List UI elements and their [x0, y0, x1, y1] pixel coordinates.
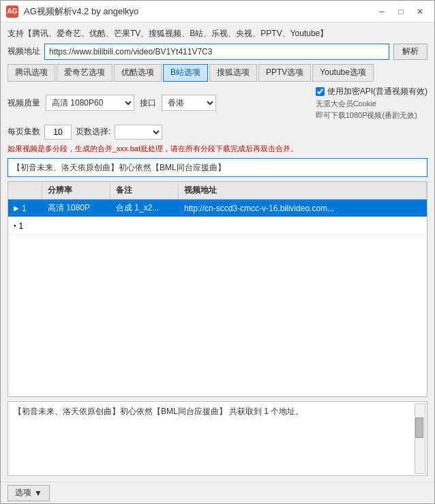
td-note-2: [110, 217, 179, 234]
th-resolution: 分辨率: [42, 182, 110, 199]
support-text: 支持【腾讯、爱奇艺、优酷、芒果TV、搜狐视频、B站、乐视、央视、PPTV、You…: [7, 28, 427, 40]
right-info: 使用加密API(普通视频有效) 无需大会员Cookie 即可下载1080P视频(…: [316, 86, 427, 121]
scrollbar-thumb: [415, 418, 423, 438]
page-select-label: 页数选择:: [76, 126, 110, 138]
td-url-1: http://cn-sccd3-cmcc-v-16.bilivideo.com.…: [179, 200, 427, 217]
tab-youku[interactable]: 优酷选项: [114, 64, 162, 82]
th-num: [8, 182, 42, 199]
url-input[interactable]: [44, 44, 389, 60]
title-bar: AG AG视频解析v4.2 by angelkyo ─ □ ✕: [1, 1, 434, 22]
maximize-button[interactable]: □: [392, 4, 410, 19]
info-line1: 无需大会员Cookie: [316, 99, 427, 109]
quality-row: 视频质量 高清 1080P60 接口 香港 使用加密API(普通视频有效) 无需…: [7, 86, 427, 121]
quality-label: 视频质量: [7, 97, 40, 109]
api-label-text: 使用加密API(普通视频有效): [327, 86, 427, 97]
tab-bilibili[interactable]: B站选项: [163, 64, 208, 82]
tabs-row: 腾讯选项 爱奇艺选项 优酷选项 B站选项 搜狐选项 PPTV选项 Youtube…: [7, 64, 427, 82]
bottom-bar: 选项 ▼: [1, 482, 434, 503]
per-page-row: 每页集数 页数选择:: [7, 125, 427, 140]
video-title-row: [7, 158, 427, 177]
row-indicator-1: ▶: [14, 204, 19, 212]
tab-sohu[interactable]: 搜狐选项: [209, 64, 257, 82]
options-label: 选项: [15, 487, 31, 499]
log-text: 【初音未来、洛天依原创曲】初心依然【BML同台应援曲】 共获取到 1 个地址。: [14, 407, 303, 416]
log-scrollbar[interactable]: [415, 403, 425, 474]
td-res-1: 高清 1080P: [42, 200, 110, 217]
per-page-label: 每页集数: [7, 126, 40, 138]
table-row[interactable]: • 1: [8, 217, 427, 235]
video-title-input[interactable]: [7, 158, 427, 177]
interface-label: 接口: [140, 97, 156, 109]
table-row[interactable]: ▶ 1 高清 1080P 合成 1_x2... http://cn-sccd3-…: [8, 200, 427, 217]
th-note: 备注: [110, 182, 179, 199]
td-note-1: 合成 1_x2...: [110, 200, 179, 217]
info-line2: 即可下载1080P视频(番剧无效): [316, 110, 427, 121]
api-checkbox[interactable]: [316, 87, 325, 96]
minimize-button[interactable]: ─: [373, 4, 391, 19]
app-icon: AG: [6, 5, 18, 18]
log-box: 【初音未来、洛天依原创曲】初心依然【BML同台应援曲】 共获取到 1 个地址。: [7, 401, 427, 476]
window-title: AG视频解析v4.2 by angelkyo: [24, 5, 373, 18]
row-indicator-2: •: [14, 222, 16, 230]
td-num-2: • 1: [8, 217, 42, 234]
table-header: 分辨率 备注 视频地址: [8, 182, 427, 200]
main-window: AG AG视频解析v4.2 by angelkyo ─ □ ✕ 支持【腾讯、爱奇…: [0, 0, 435, 504]
url-row: 视频地址 解析: [7, 44, 427, 60]
per-page-input[interactable]: [44, 125, 72, 140]
quality-select[interactable]: 高清 1080P60: [46, 95, 134, 111]
parse-button[interactable]: 解析: [393, 44, 427, 60]
video-table: 分辨率 备注 视频地址 ▶ 1 高清 1080P 合成 1_x2... http…: [7, 181, 427, 397]
close-button[interactable]: ✕: [411, 4, 429, 19]
table-body: ▶ 1 高清 1080P 合成 1_x2... http://cn-sccd3-…: [8, 200, 427, 396]
td-num-1: ▶ 1: [8, 200, 42, 217]
window-controls: ─ □ ✕: [373, 4, 429, 19]
dropdown-arrow-icon: ▼: [34, 488, 42, 498]
main-content: 支持【腾讯、爱奇艺、优酷、芒果TV、搜狐视频、B站、乐视、央视、PPTV、You…: [1, 22, 434, 482]
row-number-1: 1: [22, 204, 27, 213]
td-res-2: [42, 217, 110, 234]
interface-select[interactable]: 香港: [162, 95, 216, 111]
td-url-2: [179, 217, 427, 234]
row-number-2: 1: [19, 221, 24, 231]
url-label: 视频地址: [7, 46, 40, 57]
options-dropdown-button[interactable]: 选项 ▼: [7, 485, 50, 501]
tab-pptv[interactable]: PPTV选项: [258, 64, 311, 82]
tab-iqiyi[interactable]: 爱奇艺选项: [57, 64, 112, 82]
th-url: 视频地址: [179, 182, 427, 199]
page-select[interactable]: [115, 125, 162, 140]
warning-text: 如果视频是多分段，生成的合并_xxx.bat批处理，请在所有分段下载完成后再双击…: [7, 144, 427, 154]
api-checkbox-label[interactable]: 使用加密API(普通视频有效): [316, 86, 427, 97]
tab-youtube[interactable]: Youtube选项: [312, 64, 374, 82]
tab-tencent[interactable]: 腾讯选项: [7, 64, 55, 82]
